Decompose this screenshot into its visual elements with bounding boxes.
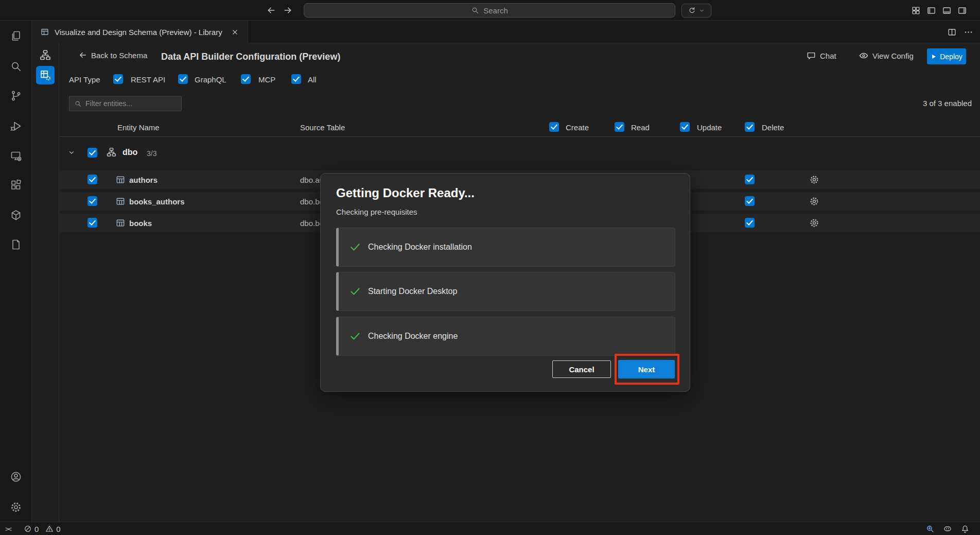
error-icon bbox=[24, 525, 32, 533]
page-title: Data API Builder Configuration (Preview) bbox=[161, 51, 340, 62]
group-count: 3/3 bbox=[147, 149, 156, 158]
schema-designer-tool-button[interactable] bbox=[39, 48, 52, 62]
run-debug-activity-button[interactable] bbox=[9, 119, 23, 133]
warning-icon bbox=[45, 525, 54, 533]
split-editor-button[interactable] bbox=[946, 26, 957, 38]
history-back-button[interactable] bbox=[265, 4, 278, 17]
arrow-right-icon bbox=[283, 5, 293, 15]
table-header-divider bbox=[60, 136, 980, 137]
database-projects-activity-button[interactable] bbox=[9, 237, 23, 252]
remote-icon: >< bbox=[5, 525, 11, 533]
deploy-button[interactable]: Deploy bbox=[927, 48, 966, 64]
entity-name: books_authors bbox=[129, 197, 185, 206]
docker-ready-dialog: Getting Docker Ready... Checking pre-req… bbox=[320, 173, 690, 392]
group-dbo-checkbox[interactable] bbox=[87, 148, 97, 158]
copilot-status-button[interactable] bbox=[943, 522, 952, 535]
layout-grid-icon bbox=[911, 6, 921, 15]
row-settings-button[interactable] bbox=[809, 217, 820, 229]
accounts-activity-button[interactable] bbox=[9, 470, 23, 484]
all-checkbox[interactable] bbox=[291, 74, 301, 84]
api-type-label: API Type bbox=[69, 75, 100, 84]
step-label: Checking Docker engine bbox=[368, 332, 458, 341]
row-enabled-checkbox[interactable] bbox=[87, 175, 97, 184]
explorer-activity-button[interactable] bbox=[9, 29, 23, 43]
titlebar: Search bbox=[0, 0, 980, 21]
editor-more-actions-button[interactable] bbox=[962, 26, 974, 38]
toggle-sidebar-button[interactable] bbox=[925, 5, 937, 16]
schema-tab-icon bbox=[40, 27, 49, 37]
deploy-label: Deploy bbox=[940, 53, 962, 61]
tab-title: Visualize and Design Schema (Preview) - … bbox=[55, 28, 224, 37]
delete-all-checkbox[interactable] bbox=[745, 122, 755, 132]
entity-name: books bbox=[129, 219, 152, 228]
view-config-label: View Config bbox=[872, 51, 914, 60]
gear-icon bbox=[809, 175, 819, 185]
delete-checkbox[interactable] bbox=[745, 175, 755, 184]
toggle-secondary-sidebar-button[interactable] bbox=[956, 5, 968, 16]
panel-left-icon bbox=[926, 6, 936, 15]
search-icon bbox=[471, 6, 479, 14]
sql-server-activity-button[interactable] bbox=[9, 149, 23, 163]
history-forward-button[interactable] bbox=[281, 4, 294, 17]
warning-count: 0 bbox=[56, 525, 60, 533]
panel-right-icon bbox=[957, 6, 967, 15]
server-disconnected-icon bbox=[10, 150, 22, 162]
extensions-activity-button[interactable] bbox=[9, 178, 23, 192]
tab-visualize-schema[interactable]: Visualize and Design Schema (Preview) - … bbox=[32, 21, 248, 43]
tab-close-button[interactable] bbox=[229, 26, 240, 38]
row-enabled-checkbox[interactable] bbox=[87, 196, 97, 206]
source-control-activity-button[interactable] bbox=[9, 89, 23, 103]
delete-checkbox[interactable] bbox=[745, 218, 755, 228]
back-to-schema-link[interactable]: Back to Schema bbox=[78, 50, 147, 60]
step-label: Starting Docker Desktop bbox=[368, 287, 457, 296]
search-activity-button[interactable] bbox=[9, 59, 23, 74]
gear-icon bbox=[809, 218, 819, 228]
entity-filter-input[interactable] bbox=[85, 99, 177, 108]
dab-config-tool-button[interactable] bbox=[36, 66, 55, 84]
check-icon bbox=[349, 241, 361, 253]
step-label: Checking Docker installation bbox=[368, 243, 472, 252]
chevron-down-icon bbox=[698, 7, 705, 14]
ellipsis-icon bbox=[964, 27, 973, 37]
tab-strip: Visualize and Design Schema (Preview) - … bbox=[0, 21, 980, 43]
create-all-checkbox[interactable] bbox=[549, 122, 559, 132]
view-config-button[interactable]: View Config bbox=[859, 50, 914, 61]
zoom-indicator-button[interactable] bbox=[925, 522, 935, 535]
row-enabled-checkbox[interactable] bbox=[87, 218, 97, 228]
step-docker-installation: Checking Docker installation bbox=[336, 228, 675, 267]
session-dropdown-button[interactable] bbox=[681, 4, 711, 18]
cancel-button[interactable]: Cancel bbox=[552, 360, 611, 378]
problems-button[interactable]: 0 0 bbox=[24, 522, 61, 535]
loop-icon bbox=[688, 6, 696, 15]
read-all-checkbox[interactable] bbox=[615, 122, 624, 132]
graphql-label: GraphQL bbox=[195, 75, 226, 84]
settings-activity-button[interactable] bbox=[9, 500, 23, 514]
container-tools-activity-button[interactable] bbox=[9, 208, 23, 222]
toggle-panel-button[interactable] bbox=[941, 5, 952, 16]
command-center-search[interactable]: Search bbox=[304, 3, 675, 18]
split-editor-icon bbox=[947, 27, 957, 37]
zoom-in-icon bbox=[925, 524, 935, 533]
notifications-button[interactable] bbox=[960, 522, 970, 535]
update-all-checkbox[interactable] bbox=[680, 122, 690, 132]
chat-icon bbox=[806, 50, 816, 61]
rest-api-checkbox[interactable] bbox=[113, 74, 123, 84]
graphql-checkbox[interactable] bbox=[178, 74, 188, 84]
step-docker-desktop: Starting Docker Desktop bbox=[336, 272, 675, 311]
row-settings-button[interactable] bbox=[809, 174, 820, 185]
chat-label: Chat bbox=[820, 51, 836, 60]
column-entity-name: Entity Name bbox=[117, 123, 160, 132]
remote-indicator-button[interactable]: >< bbox=[5, 522, 11, 535]
row-settings-button[interactable] bbox=[809, 196, 820, 207]
layout-grid-button[interactable] bbox=[910, 5, 921, 16]
group-collapse-button[interactable] bbox=[66, 147, 77, 158]
database-projects-icon bbox=[10, 238, 22, 251]
search-placeholder: Search bbox=[483, 6, 508, 15]
delete-checkbox[interactable] bbox=[745, 196, 755, 206]
close-icon bbox=[231, 28, 239, 36]
search-icon bbox=[74, 100, 82, 108]
next-button[interactable]: Next bbox=[618, 360, 675, 378]
chat-button[interactable]: Chat bbox=[806, 50, 836, 61]
check-icon bbox=[349, 285, 361, 298]
mcp-checkbox[interactable] bbox=[241, 74, 251, 84]
